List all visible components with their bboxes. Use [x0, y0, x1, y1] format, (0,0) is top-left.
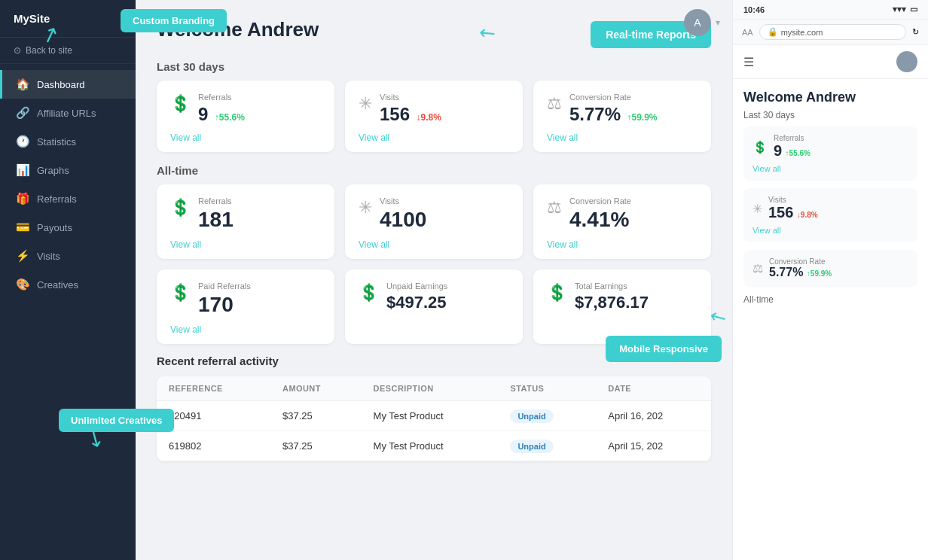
alltime-referrals-card: 💲 Referrals 181 View all	[157, 184, 334, 259]
conversion-icon-2: ⚖	[547, 198, 562, 218]
url-pill[interactable]: 🔒 mysite.com	[759, 24, 906, 40]
visits-icon-2: ✳	[359, 198, 372, 218]
card-header: ✳ Visits 156 9.8%	[359, 93, 509, 125]
status-badge: Unpaid	[510, 409, 553, 423]
url-text: mysite.com	[781, 28, 823, 37]
refresh-icon[interactable]: ↻	[912, 27, 919, 37]
stat-change: 55.6%	[215, 112, 245, 123]
top-header: A ▾	[672, 0, 732, 45]
status-badge: Unpaid	[510, 440, 553, 453]
back-to-site[interactable]: ⊙ Back to site	[0, 38, 136, 64]
stat-value: 181	[198, 208, 234, 232]
phone-visits-label: Visits	[768, 196, 818, 204]
phone-referrals-value: 9	[774, 142, 782, 159]
back-icon: ⊙	[14, 45, 21, 56]
stat-label: Referrals	[198, 93, 245, 102]
phone-content: Welcome Andrew Last 30 days 💲 Referrals …	[733, 79, 928, 321]
stat-label: Referrals	[198, 196, 234, 205]
stat-value: 9	[198, 104, 208, 124]
sidebar-item-label: Referrals	[37, 193, 77, 205]
phone-conversion-icon: ⚖	[752, 261, 763, 275]
alltime-visits-card: ✳ Visits 4100 View all	[345, 184, 523, 259]
affiliate-urls-icon: 🔗	[16, 106, 29, 120]
user-menu-chevron[interactable]: ▾	[716, 17, 720, 28]
recent-referral-section: Recent referral activity REFERENCE AMOUN…	[157, 355, 711, 461]
phone-visits-icon: ✳	[752, 202, 762, 216]
card-header: 💲 Referrals 181	[170, 196, 321, 232]
phone-view-all-link[interactable]: View all	[752, 164, 908, 173]
view-all-link[interactable]: View all	[359, 132, 509, 143]
card-header: ⚖ Conversion Rate 5.77% 59.9%	[547, 93, 698, 125]
sidebar: MySite ⊙ Back to site 🏠 Dashboard 🔗 Affi…	[0, 0, 136, 560]
view-all-link[interactable]: View all	[170, 132, 321, 143]
cell-amount: $37.25	[270, 401, 362, 431]
phone-conversion-card: ⚖ Conversion Rate 5.77% ↑59.9%	[743, 250, 917, 287]
view-all-link[interactable]: View all	[170, 239, 321, 250]
card-header: ⚖ Conversion Rate 4.41%	[547, 196, 698, 232]
stat-value: $7,876.17	[575, 293, 649, 312]
sidebar-item-affiliate-urls[interactable]: 🔗 Affiliate URLs	[0, 99, 136, 127]
stat-label: Unpaid Earnings	[386, 282, 447, 291]
welcome-header-row: Welcome Andrew Real-time Reports	[157, 18, 711, 48]
sidebar-item-visits[interactable]: ⚡ Visits	[0, 242, 136, 270]
table-row: 619802 $37.25 My Test Product Unpaid Apr…	[157, 431, 711, 461]
stat-value: 4.41%	[569, 208, 631, 232]
referral-table: REFERENCE AMOUNT DESCRIPTION STATUS DATE…	[157, 376, 711, 461]
stat-label: Total Earnings	[575, 282, 649, 291]
unpaid-earnings-icon: 💲	[359, 283, 379, 303]
sidebar-item-statistics[interactable]: 🕐 Statistics	[0, 127, 136, 156]
sidebar-item-referrals[interactable]: 🎁 Referrals	[0, 184, 136, 213]
sidebar-item-label: Graphs	[37, 165, 69, 176]
phone-user-avatar[interactable]	[896, 51, 917, 72]
cell-status: Unpaid	[498, 401, 596, 431]
phone-referrals-card: 💲 Referrals 9 ↑55.6% View all	[743, 126, 917, 181]
view-all-link[interactable]: View all	[359, 239, 509, 250]
arrow-total-earnings: ↖	[705, 303, 731, 332]
user-avatar[interactable]: A	[684, 9, 711, 36]
last30-section-title: Last 30 days	[157, 60, 711, 73]
wifi-icon: ▾▾▾	[893, 5, 906, 14]
last30-cards: 💲 Referrals 9 55.6% View all ✳ Visits	[157, 81, 711, 152]
view-all-link[interactable]: View all	[170, 324, 321, 335]
cell-reference: 619802	[157, 431, 270, 461]
phone-urlbar: AA 🔒 mysite.com ↻	[733, 20, 928, 45]
card-header: 💲 Referrals 9 55.6%	[170, 93, 321, 125]
view-all-link[interactable]: View all	[547, 132, 698, 143]
payouts-icon: 💳	[16, 221, 29, 234]
col-amount: AMOUNT	[270, 376, 362, 401]
mobile-responsive-button[interactable]: Mobile Responsive	[606, 336, 722, 362]
cell-amount: $37.25	[270, 431, 362, 461]
stat-change: 59.9%	[627, 112, 658, 123]
sidebar-item-label: Statistics	[37, 136, 76, 148]
alltime-row2: 💲 Paid Referrals 170 View all 💲 Unpaid E…	[157, 269, 711, 344]
sidebar-item-payouts[interactable]: 💳 Payouts	[0, 213, 136, 242]
stat-label: Visits	[380, 93, 441, 102]
stat-label: Conversion Rate	[569, 93, 658, 102]
sidebar-item-label: Dashboard	[37, 79, 85, 90]
total-earnings-icon: 💲	[547, 283, 567, 303]
hamburger-icon[interactable]: ☰	[743, 55, 754, 69]
unlimited-creatives-badge: Unlimited Creatives	[59, 409, 174, 432]
view-all-link[interactable]: View all	[547, 239, 698, 250]
total-earnings-card: 💲 Total Earnings $7,876.17 ↖	[533, 269, 711, 344]
stat-label: Paid Referrals	[198, 282, 251, 291]
phone-referrals-icon: 💲	[752, 140, 768, 154]
paid-referrals-icon: 💲	[170, 283, 191, 303]
paid-referrals-card: 💲 Paid Referrals 170 View all	[157, 269, 334, 344]
col-status: STATUS	[498, 376, 596, 401]
back-label: Back to site	[26, 45, 72, 56]
phone-conversion-label: Conversion Rate	[769, 257, 832, 266]
sidebar-item-dashboard[interactable]: 🏠 Dashboard	[0, 70, 136, 99]
stat-label: Conversion Rate	[569, 196, 631, 205]
sidebar-item-label: Visits	[37, 251, 60, 262]
sidebar-nav: 🏠 Dashboard 🔗 Affiliate URLs 🕐 Statistic…	[0, 64, 136, 560]
graphs-icon: 📊	[16, 163, 29, 177]
main-content: A ▾ Welcome Andrew Real-time Reports ↙ L…	[136, 0, 732, 560]
sidebar-item-graphs[interactable]: 📊 Graphs	[0, 156, 136, 184]
creatives-icon: 🎨	[16, 278, 29, 291]
alltime-section-title: All-time	[157, 164, 711, 177]
stat-value: $497.25	[386, 293, 447, 312]
sidebar-item-creatives[interactable]: 🎨 Creatives	[0, 270, 136, 299]
phone-view-all-visits-link[interactable]: View all	[752, 226, 908, 235]
phone-alltime-title: All-time	[743, 294, 917, 305]
